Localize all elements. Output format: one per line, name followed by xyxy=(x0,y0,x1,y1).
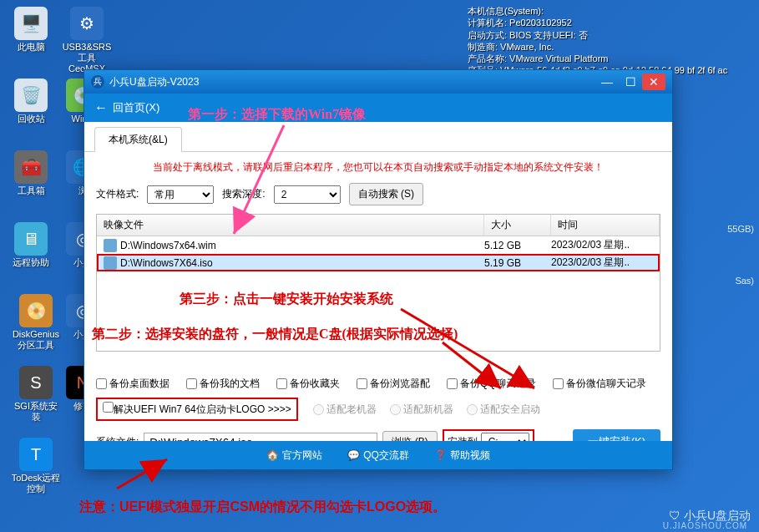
title-bar[interactable]: 兵 小兵U盘启动-V2023 — ☐ ✕ xyxy=(84,70,672,94)
depth-select[interactable]: 2 xyxy=(274,185,341,204)
check-docs[interactable]: 备份我的文档 xyxy=(186,377,260,391)
maximize-button[interactable]: ☐ xyxy=(619,73,642,90)
file-icon xyxy=(104,256,117,270)
radio-old[interactable]: 适配老机器 xyxy=(313,403,377,417)
annotation-step2: 第二步：选择安装的盘符，一般情况是C盘(根据实际情况选择) xyxy=(92,326,458,343)
computer-icon: 🖥️ xyxy=(14,7,48,40)
check-qq[interactable]: 备份QQ聊天记录 xyxy=(447,377,536,391)
bg-text: 55GB) xyxy=(727,224,754,234)
check-fav[interactable]: 备份收藏夹 xyxy=(276,377,340,391)
annotation-note: 注意：UEFI模式独显开启CSM的情况不用勾选卡LOGO选项。 xyxy=(79,499,446,516)
window-title: 小兵U盘启动-V2023 xyxy=(109,75,199,89)
table-header: 映像文件 大小 时间 xyxy=(97,215,660,236)
back-arrow-icon[interactable]: ← xyxy=(94,100,108,115)
annotation-step1: 第一步：选择下载的Win7镜像 xyxy=(188,106,366,124)
nav-bar: ← 回首页(X) xyxy=(84,94,672,122)
minimize-button[interactable]: — xyxy=(595,73,619,90)
filter-row: 文件格式: 常用 搜索深度: 2 自动搜索 (S) xyxy=(96,183,660,205)
uefi-logo-box: 解决UEFI Win7 64位启动卡LOGO >>>> xyxy=(96,398,298,421)
remote-icon: T xyxy=(19,438,53,471)
app-icon: 兵 xyxy=(91,75,104,89)
trash-icon: 🗑️ xyxy=(14,79,48,112)
col-size[interactable]: 大小 xyxy=(484,215,551,236)
desktop-icon-toolbox[interactable]: 🧰工具箱 xyxy=(10,150,52,196)
table-row-selected[interactable]: D:\Windows7X64.iso 5.19 GB 2023/02/03 星期… xyxy=(97,254,660,271)
format-select[interactable]: 常用 xyxy=(147,185,214,204)
check-wechat[interactable]: 备份微信聊天记录 xyxy=(553,377,646,391)
offline-message: 当前处于离线模式，请联网后重启本程序，您也可以在本页自动搜索或手动指定本地的系统… xyxy=(96,160,660,175)
auto-search-button[interactable]: 自动搜索 (S) xyxy=(349,183,423,205)
annotation-step3: 第三步：点击一键安装开始安装系统 xyxy=(180,291,393,308)
uefi-row: 解决UEFI Win7 64位启动卡LOGO >>>> 适配老机器 适配新机器 … xyxy=(96,398,660,421)
desktop-icon-diskgenius[interactable]: 📀DiskGenius 分区工具 xyxy=(10,294,62,351)
gear-icon: ⚙ xyxy=(70,7,104,40)
desktop-icon-sgi[interactable]: SSGI系统安装 xyxy=(10,366,62,423)
help-icon: ❓ xyxy=(434,449,447,461)
monitor-icon: 🖥 xyxy=(14,222,48,256)
col-date[interactable]: 时间 xyxy=(551,215,660,236)
install-icon: S xyxy=(19,366,53,399)
toolbox-icon: 🧰 xyxy=(14,150,48,184)
machine-radio-group: 适配老机器 适配新机器 适配安全启动 xyxy=(313,403,540,417)
depth-label: 搜索深度: xyxy=(222,187,265,201)
desktop-icon-remote[interactable]: 🖥远程协助 xyxy=(10,222,52,268)
disk-tool-icon: 📀 xyxy=(19,294,53,327)
chat-icon: 💬 xyxy=(347,449,360,461)
uefi-logo-checkbox[interactable]: 解决UEFI Win7 64位启动卡LOGO >>>> xyxy=(103,402,291,417)
check-browser[interactable]: 备份浏览器配 xyxy=(357,377,430,391)
format-label: 文件格式: xyxy=(96,187,139,201)
table-row[interactable]: D:\Windows7x64.wim 5.12 GB 2023/02/03 星期… xyxy=(97,236,660,254)
bg-text: Sas) xyxy=(735,276,754,286)
radio-new[interactable]: 适配新机器 xyxy=(390,403,453,417)
footer-help[interactable]: ❓帮助视频 xyxy=(434,448,490,463)
tab-strip: 本机系统(&L) xyxy=(84,127,672,152)
footer: 🏠官方网站 💬QQ交流群 ❓帮助视频 xyxy=(84,441,672,469)
home-icon: 🏠 xyxy=(266,449,279,461)
radio-secure[interactable]: 适配安全启动 xyxy=(467,403,540,417)
desktop-icon-recycle[interactable]: 🗑️回收站 xyxy=(10,79,52,124)
main-window: 兵 小兵U盘启动-V2023 — ☐ ✕ ← 回首页(X) 本机系统(&L) 当… xyxy=(83,69,673,470)
check-desktop[interactable]: 备份桌面数据 xyxy=(96,377,170,391)
desktop-icon-usb3[interactable]: ⚙USB3&SRS 工具CeoMSX xyxy=(62,7,112,75)
footer-website[interactable]: 🏠官方网站 xyxy=(266,448,322,463)
nav-home-link[interactable]: 回首页(X) xyxy=(113,100,159,115)
tab-local-system[interactable]: 本机系统(&L) xyxy=(94,127,182,152)
col-name[interactable]: 映像文件 xyxy=(97,215,484,236)
system-info: 本机信息(System): 计算机名: Pe0203102952 启动方式: B… xyxy=(468,5,727,77)
desktop-icon-todesk[interactable]: TToDesk远程 控制 xyxy=(10,438,62,494)
footer-qq[interactable]: 💬QQ交流群 xyxy=(347,448,409,463)
desktop-icon-this-pc[interactable]: 🖥️此电脑 xyxy=(10,7,52,53)
close-button[interactable]: ✕ xyxy=(642,73,665,90)
backup-options: 备份桌面数据 备份我的文档 备份收藏夹 备份浏览器配 备份QQ聊天记录 备份微信… xyxy=(96,377,660,391)
file-icon xyxy=(104,239,117,252)
watermark-sub: U.JIAOSHOU.COM xyxy=(663,521,747,530)
